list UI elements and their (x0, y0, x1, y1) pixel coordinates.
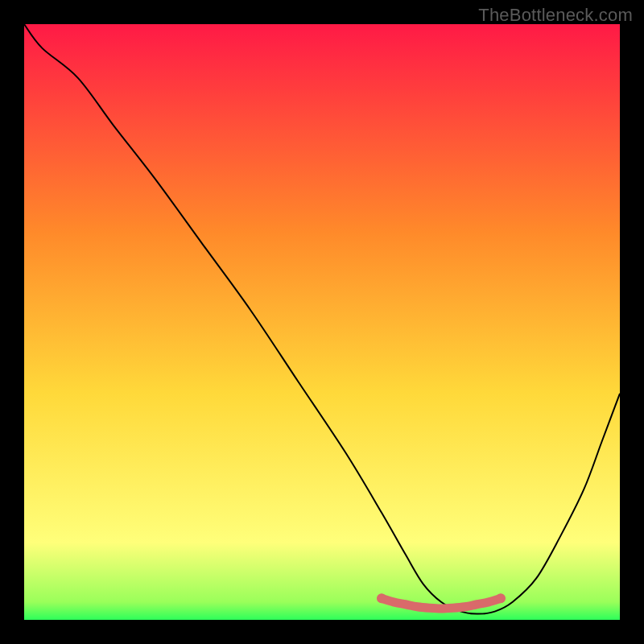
chart-svg (24, 24, 620, 620)
optimal-range-endpoint (496, 593, 506, 603)
plot-area (24, 24, 620, 620)
optimal-range-endpoint (377, 593, 386, 603)
gradient-background (24, 24, 620, 620)
chart-container: TheBottleneck.com (0, 0, 644, 644)
watermark-text: TheBottleneck.com (478, 5, 633, 26)
